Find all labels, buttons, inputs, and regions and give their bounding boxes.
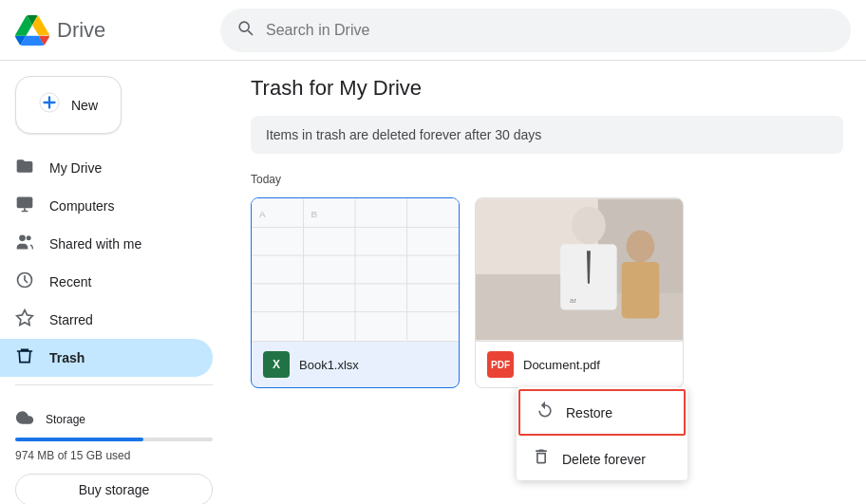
svg-point-2: [19, 234, 26, 241]
svg-point-18: [572, 207, 606, 245]
restore-label: Restore: [566, 405, 612, 420]
file-card-photo[interactable]: ar PDF Document.pdf: [475, 197, 684, 388]
context-menu-restore[interactable]: Restore: [518, 389, 686, 436]
sidebar-label-recent: Recent: [49, 274, 91, 289]
sidebar-label-shared: Shared with me: [49, 236, 141, 252]
header: Drive: [0, 0, 866, 61]
sidebar-label-computers: Computers: [49, 198, 114, 214]
sidebar-label-starred: Starred: [49, 312, 93, 327]
page-title: Trash for My Drive: [251, 76, 843, 101]
star-icon: [15, 308, 34, 332]
restore-icon: [536, 401, 555, 424]
svg-point-21: [627, 230, 655, 262]
svg-text:B: B: [311, 210, 317, 220]
people-icon: [15, 233, 34, 256]
storage-bar: [15, 438, 143, 441]
storage-used-text: 974 MB of 15 GB used: [15, 449, 213, 462]
cloud-icon: [15, 408, 34, 430]
storage-title: Storage: [46, 413, 85, 426]
svg-text:ar: ar: [570, 296, 576, 305]
computer-icon: [15, 195, 34, 218]
new-button-label: New: [71, 98, 98, 113]
svg-rect-1: [17, 196, 33, 208]
file-name-book1: Book1.xlsx: [299, 358, 359, 372]
search-input[interactable]: [266, 22, 836, 39]
folder-icon: [15, 157, 34, 180]
storage-label: Storage: [15, 408, 213, 430]
sidebar-item-recent[interactable]: Recent: [0, 263, 213, 301]
sidebar-item-my-drive[interactable]: My Drive: [0, 149, 213, 187]
delete-forever-label: Delete forever: [562, 452, 646, 467]
sidebar-label-trash: Trash: [49, 350, 85, 365]
sidebar-label-my-drive: My Drive: [49, 160, 102, 176]
file-info-book1: X Book1.xlsx: [252, 341, 459, 387]
file-card-book1[interactable]: A B X Book1.xlsx: [251, 197, 460, 388]
sidebar-item-starred[interactable]: Starred: [0, 301, 213, 339]
file-name-photo: Document.pdf: [523, 358, 600, 372]
context-menu-delete[interactable]: Delete forever: [517, 438, 687, 480]
main-layout: New My Drive Computers: [0, 61, 866, 504]
new-button[interactable]: New: [15, 76, 122, 134]
new-plus-icon: [39, 92, 60, 118]
svg-point-3: [27, 235, 31, 240]
sidebar-item-trash[interactable]: Trash: [0, 339, 213, 377]
buy-storage-button[interactable]: Buy storage: [15, 474, 213, 504]
section-today-label: Today: [251, 173, 843, 186]
app-title: Drive: [57, 18, 105, 43]
trash-icon: [15, 346, 34, 370]
search-icon: [235, 18, 254, 42]
logo-area: Drive: [15, 13, 205, 47]
storage-section: Storage 974 MB of 15 GB used Buy storage: [0, 393, 228, 504]
svg-text:A: A: [259, 210, 266, 220]
drive-logo-icon: [15, 13, 49, 47]
delete-forever-icon: [532, 447, 551, 471]
sidebar: New My Drive Computers: [0, 61, 228, 504]
file-preview-book1: A B: [252, 198, 459, 341]
clock-icon: [15, 271, 34, 294]
content-area: Trash for My Drive Items in trash are de…: [228, 61, 866, 504]
sidebar-item-shared[interactable]: Shared with me: [0, 225, 213, 263]
context-menu: Restore Delete forever: [517, 387, 687, 480]
sidebar-item-computers[interactable]: Computers: [0, 187, 213, 225]
file-preview-photo: ar: [476, 198, 683, 341]
sidebar-divider: [15, 384, 213, 385]
file-info-photo: PDF Document.pdf: [476, 341, 683, 387]
file-preview-placeholder-book1: A B: [252, 198, 459, 341]
xlsx-icon: X: [263, 351, 290, 378]
svg-rect-22: [622, 262, 660, 318]
pdf-icon: PDF: [487, 351, 514, 378]
storage-bar-container: [15, 438, 213, 441]
search-bar[interactable]: [220, 9, 851, 52]
trash-notice: Items in trash are deleted forever after…: [251, 116, 843, 154]
files-grid: A B X Book1.xlsx: [251, 197, 843, 388]
